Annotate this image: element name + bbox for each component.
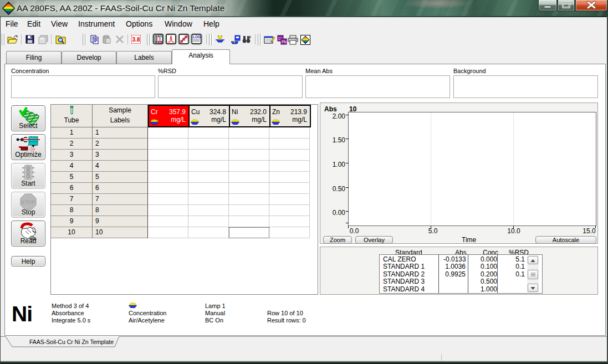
svg-text:STOP: STOP <box>21 199 36 205</box>
svg-text:FAAS-Soil-Cu Cr Ni Zn Template: FAAS-Soil-Cu Cr Ni Zn Template <box>29 339 114 345</box>
svg-text:LOG: LOG <box>193 35 201 39</box>
svg-text:Pb: Pb <box>282 40 287 44</box>
